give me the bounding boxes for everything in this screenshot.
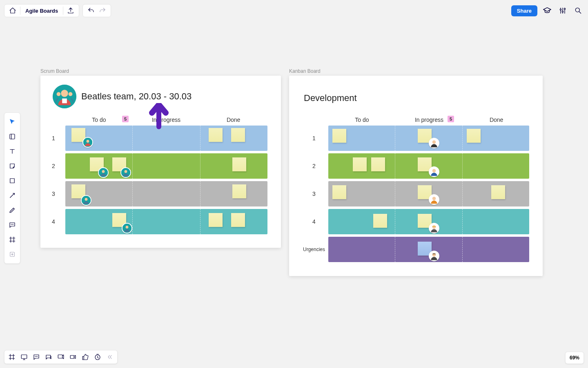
svg-point-0: [560, 9, 561, 10]
export-icon[interactable]: [65, 5, 76, 16]
swimlane[interactable]: [328, 237, 529, 262]
mini-avatar-icon: [81, 195, 91, 206]
sticky-note[interactable]: [373, 214, 387, 228]
svg-point-25: [126, 226, 129, 229]
svg-rect-4: [10, 134, 15, 139]
sticky-note[interactable]: [231, 213, 245, 227]
person-avatar-icon: [429, 138, 439, 148]
frame-tool-icon[interactable]: [6, 233, 19, 246]
frame-label-scrum[interactable]: Scrum Board: [40, 68, 69, 74]
mini-avatar-icon: [120, 167, 131, 178]
separator: [63, 7, 63, 15]
swimlane[interactable]: [65, 209, 267, 234]
mini-avatar-icon: [82, 137, 93, 148]
sticky-note[interactable]: [332, 129, 346, 143]
sticky-tool-icon[interactable]: [6, 159, 19, 173]
learn-icon[interactable]: [541, 5, 553, 16]
kanban-title: Development: [304, 93, 357, 103]
swimlane[interactable]: [328, 181, 529, 206]
svg-rect-8: [58, 355, 62, 358]
sticky-note[interactable]: [332, 185, 346, 199]
col-header-done: Done: [200, 117, 267, 123]
swimlane[interactable]: [328, 153, 529, 179]
sticky-note[interactable]: [209, 213, 223, 227]
chat-icon[interactable]: [43, 351, 54, 363]
separator: [20, 7, 20, 15]
kanban-row-label: Urgencies: [300, 247, 328, 252]
select-tool-icon[interactable]: [6, 115, 19, 128]
sticky-note[interactable]: [467, 129, 481, 143]
swimlane[interactable]: [65, 126, 267, 151]
svg-point-19: [102, 170, 105, 173]
svg-point-12: [61, 90, 68, 97]
svg-rect-5: [10, 179, 15, 183]
settings-icon[interactable]: [557, 5, 568, 16]
swimlane[interactable]: [65, 153, 267, 179]
comment-tool-icon[interactable]: [6, 218, 19, 231]
video-icon[interactable]: [67, 351, 79, 363]
sticky-note[interactable]: [231, 128, 245, 142]
pen-tool-icon[interactable]: [6, 204, 19, 217]
scrum-title: Beatles team, 20.03 - 30.03: [81, 91, 192, 102]
svg-point-14: [57, 92, 61, 96]
kanban-row-label: 3: [300, 191, 328, 197]
svg-point-2: [564, 8, 565, 9]
bottom-toolbar: [4, 350, 118, 364]
frame-label-kanban[interactable]: Kanban Board: [289, 68, 321, 74]
sticky-note[interactable]: [353, 157, 367, 171]
present-icon[interactable]: [18, 351, 30, 363]
home-icon[interactable]: [7, 5, 18, 16]
timer-icon[interactable]: [92, 351, 103, 363]
board-name[interactable]: Agile Boards: [22, 8, 61, 14]
like-icon[interactable]: [80, 351, 91, 363]
text-tool-icon[interactable]: [6, 145, 19, 158]
col-header-inprogress: In progress: [133, 117, 200, 123]
shape-tool-icon[interactable]: [6, 174, 19, 187]
col-header-todo: To do: [328, 117, 396, 123]
redo-icon[interactable]: [97, 5, 108, 16]
kanban-frame[interactable]: Development To do In progress Done 5 1 2: [289, 76, 543, 276]
person-avatar-icon: [429, 194, 439, 205]
tool-panel: [4, 112, 20, 264]
collapse-icon[interactable]: [104, 351, 116, 363]
comments-icon[interactable]: [31, 351, 42, 363]
person-avatar-icon: [429, 251, 439, 261]
kanban-row-label: 2: [300, 163, 328, 169]
swimlane[interactable]: [328, 209, 529, 234]
mini-avatar-icon: [98, 167, 109, 178]
scrum-row-label: 2: [42, 163, 65, 169]
search-icon[interactable]: [572, 5, 584, 16]
swimlane[interactable]: [65, 181, 267, 206]
svg-point-1: [562, 11, 563, 12]
wip-badge: 5: [448, 116, 454, 122]
svg-rect-7: [21, 355, 27, 359]
sticky-note[interactable]: [491, 185, 505, 199]
svg-point-3: [575, 8, 579, 12]
frames-icon[interactable]: [6, 351, 18, 363]
more-tools-icon[interactable]: [6, 248, 19, 261]
wip-badge: 5: [122, 116, 129, 122]
sticky-note[interactable]: [232, 157, 246, 171]
mini-avatar-icon: [122, 223, 132, 233]
sticky-note[interactable]: [371, 157, 385, 171]
person-avatar-icon: [429, 223, 439, 233]
svg-rect-13: [62, 99, 67, 103]
sticky-note[interactable]: [209, 128, 223, 142]
undo-icon[interactable]: [85, 5, 97, 16]
template-tool-icon[interactable]: [6, 130, 19, 143]
scrum-frame[interactable]: Beatles team, 20.03 - 30.03 To do In pro…: [40, 76, 281, 248]
zoom-level[interactable]: 69%: [565, 352, 584, 364]
scrum-row-label: 1: [42, 135, 65, 141]
col-header-done: Done: [463, 117, 530, 123]
share-screen-icon[interactable]: [55, 351, 67, 363]
svg-point-29: [432, 169, 436, 172]
swimlane[interactable]: [328, 126, 529, 151]
sticky-note[interactable]: [232, 184, 246, 198]
svg-rect-9: [70, 355, 74, 359]
svg-point-27: [432, 140, 436, 144]
svg-point-15: [69, 92, 73, 96]
share-button[interactable]: Share: [511, 5, 537, 16]
svg-point-23: [85, 198, 88, 201]
team-avatar-icon: [53, 85, 76, 108]
line-tool-icon[interactable]: [6, 189, 19, 202]
